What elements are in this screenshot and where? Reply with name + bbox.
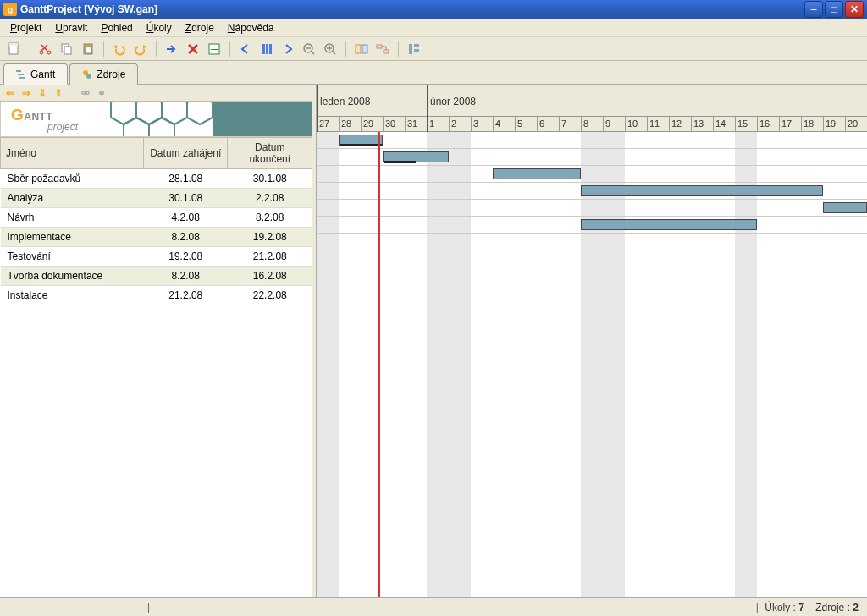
day-label: 12 (669, 117, 691, 131)
col-start-header[interactable]: Datum zahájení (144, 138, 228, 169)
statusbar: | | Úkoly : 7 Zdroje : 2 (0, 597, 867, 616)
day-label: 8 (581, 117, 603, 131)
assign-icon[interactable] (352, 40, 371, 58)
svg-rect-22 (414, 44, 419, 47)
menu-zdroje[interactable]: Zdroje (180, 20, 219, 35)
home-icon[interactable] (257, 40, 276, 58)
tab-gantt[interactable]: Gantt (3, 63, 68, 85)
tab-resources[interactable]: Zdroje (69, 63, 138, 85)
tab-gantt-label: Gantt (30, 69, 55, 80)
link-icon[interactable] (373, 40, 392, 58)
cell-start: 21.2.08 (144, 286, 228, 305)
status-resources-count: 2 (853, 602, 859, 613)
gantt-bar[interactable] (339, 135, 383, 146)
gantt-bar[interactable] (493, 168, 581, 179)
svg-rect-29 (213, 102, 312, 137)
nav-up-icon[interactable]: ⇑ (52, 86, 65, 100)
gantt-bar[interactable] (383, 151, 449, 162)
nav-down-icon[interactable]: ⇓ (36, 86, 49, 100)
left-panel: ⇐ ⇒ ⇓ ⇑ ⚮ ⚭ GANTT project (0, 85, 316, 597)
cell-end: 19.2.08 (228, 228, 312, 247)
maximize-button[interactable]: □ (825, 1, 843, 18)
cell-end: 16.2.08 (228, 267, 312, 286)
svg-rect-14 (269, 44, 272, 54)
gantt-bar[interactable] (581, 185, 823, 196)
minimize-button[interactable]: – (804, 1, 823, 18)
menu-ukoly[interactable]: Úkoly (141, 20, 177, 35)
props-icon[interactable] (205, 40, 224, 58)
menu-napoveda[interactable]: Nápověda (223, 20, 279, 35)
close-button[interactable]: ✕ (845, 1, 864, 18)
status-resources-label: Zdroje : (815, 602, 850, 613)
goto-icon[interactable] (163, 40, 181, 58)
svg-rect-23 (414, 49, 419, 52)
day-label: 31 (405, 117, 427, 131)
table-row[interactable]: Implementace 8.2.08 19.2.08 (1, 228, 312, 247)
day-label: 3 (471, 117, 493, 131)
gantt-panel: leden 2008únor 2008 27282930311234567891… (316, 85, 867, 597)
paste-icon[interactable] (79, 40, 97, 58)
day-label: 7 (559, 117, 581, 131)
gantt-body[interactable] (317, 132, 867, 597)
svg-rect-13 (266, 44, 268, 54)
cell-start: 28.1.08 (144, 169, 228, 189)
svg-rect-26 (19, 77, 25, 79)
layout-icon[interactable] (405, 40, 423, 58)
undo-icon[interactable] (110, 40, 129, 58)
col-name-header[interactable]: Jméno (1, 138, 144, 169)
svg-rect-25 (18, 74, 24, 75)
table-row[interactable]: Sběr požadavků 28.1.08 30.1.08 (1, 169, 312, 189)
menu-upravit[interactable]: Upravit (50, 20, 92, 35)
day-label: 13 (691, 117, 713, 131)
cell-start: 4.2.08 (144, 208, 228, 228)
status-tasks-label: Úkoly : (765, 602, 796, 613)
svg-rect-9 (211, 47, 218, 47)
scissors-icon[interactable] (36, 40, 55, 58)
day-label: 18 (801, 117, 823, 131)
hex-pattern-icon (102, 102, 312, 137)
menu-projekt[interactable]: Projekt (5, 20, 47, 35)
nav-left-icon[interactable]: ⇐ (3, 86, 17, 100)
copy-icon[interactable] (58, 40, 76, 58)
svg-point-28 (86, 74, 91, 79)
link-tasks-icon[interactable]: ⚭ (95, 86, 108, 100)
gantt-tab-icon (16, 69, 26, 80)
main-split: ⇐ ⇒ ⇓ ⇑ ⚮ ⚭ GANTT project (0, 85, 867, 597)
svg-rect-18 (362, 45, 367, 53)
table-row[interactable]: Instalace 21.2.08 22.2.08 (1, 286, 312, 305)
forward-icon[interactable] (279, 40, 297, 58)
table-row[interactable]: Analýza 30.1.08 2.2.08 (1, 189, 312, 208)
table-row[interactable]: Tvorba dokumentace 8.2.08 16.2.08 (1, 267, 312, 286)
delete-icon[interactable] (184, 40, 202, 58)
cell-end: 2.2.08 (228, 189, 312, 208)
table-header-row: Jméno Datum zahájení Datum ukončení (1, 138, 312, 169)
gantt-header: leden 2008únor 2008 27282930311234567891… (317, 85, 867, 132)
day-label: 29 (361, 117, 383, 131)
svg-rect-17 (356, 45, 361, 53)
gantt-bar[interactable] (823, 202, 867, 213)
table-row[interactable]: Testování 19.2.08 21.2.08 (1, 247, 312, 267)
svg-rect-7 (86, 47, 91, 53)
today-line (378, 132, 380, 597)
zoom-out-icon[interactable] (300, 40, 318, 58)
day-label: 4 (493, 117, 515, 131)
day-label: 28 (339, 117, 361, 131)
table-row[interactable]: Návrh 4.2.08 8.2.08 (1, 208, 312, 228)
zoom-in-icon[interactable] (321, 40, 340, 58)
col-end-header[interactable]: Datum ukončení (228, 138, 312, 169)
nav-right-icon[interactable]: ⇒ (19, 86, 33, 100)
day-label: 27 (317, 117, 339, 131)
svg-rect-19 (377, 45, 382, 48)
day-label: 30 (383, 117, 405, 131)
cell-start: 8.2.08 (144, 267, 228, 286)
redo-icon[interactable] (131, 40, 150, 58)
gantt-bar[interactable] (581, 219, 757, 230)
cell-name: Analýza (1, 189, 144, 208)
day-label: 6 (537, 117, 559, 131)
back-icon[interactable] (236, 40, 255, 58)
unlink-icon[interactable]: ⚮ (79, 86, 92, 100)
new-file-icon[interactable] (5, 40, 24, 58)
toolbar (0, 37, 867, 61)
menu-pohled[interactable]: Pohled (96, 20, 137, 35)
resources-tab-icon (82, 69, 92, 80)
